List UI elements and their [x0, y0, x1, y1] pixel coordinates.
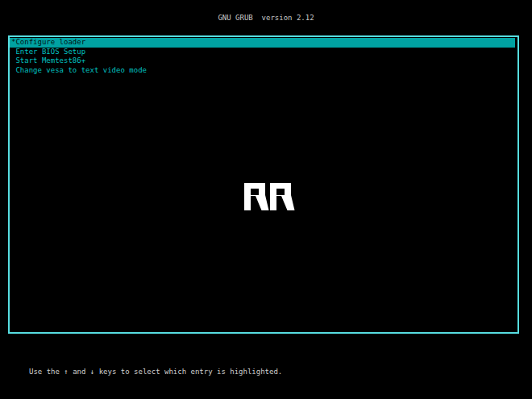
rr-logo	[244, 183, 295, 210]
grub-screen: GNU GRUB version 2.12 *Configure loader …	[0, 0, 532, 399]
grub-version-title: GNU GRUB version 2.12	[0, 14, 532, 23]
menu-item[interactable]: Enter BIOS Setup	[10, 48, 515, 57]
rr-logo-letter-r1	[244, 183, 269, 210]
menu-item[interactable]: Change vesa to text video mode	[10, 66, 515, 76]
menu-item[interactable]: Start Memtest86+	[10, 56, 515, 66]
menu-list: *Configure loader Enter BIOS Setup Start…	[10, 37, 517, 75]
help-line-1: Use the ↑ and ↓ keys to select which ent…	[29, 365, 479, 378]
menu-item-selected[interactable]: *Configure loader	[10, 38, 515, 48]
rr-logo-letter-r2	[270, 183, 295, 210]
help-text: Use the ↑ and ↓ keys to select which ent…	[29, 339, 479, 399]
